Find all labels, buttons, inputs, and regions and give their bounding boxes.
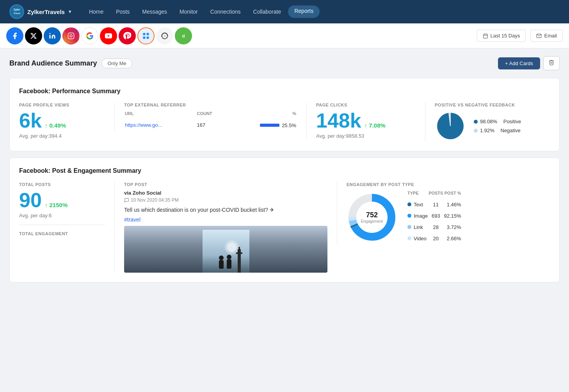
svg-rect-25 [219,260,224,269]
feedback-pie-chart [435,110,466,142]
top-post-date-text: 10 Nov 2020 04:35 PM [131,197,179,203]
social-tab-linkedin[interactable] [44,27,61,44]
referrer-bar [260,124,279,127]
page-profile-views-section: PAGE PROFILE VIEWS 6k ↑ 0.49% Avg. per d… [19,103,105,139]
brand-chevron-icon: ▾ [69,9,71,14]
negative-label: Negative [501,128,521,133]
nav-reports[interactable]: Reports [288,5,320,18]
svg-text:∞: ∞ [164,34,166,37]
svg-text:d: d [182,33,185,38]
top-external-referrer-section: TOP EXTERNAL REFERRER URL COUNT % https:… [114,103,297,131]
top-post-section: TOP POST via Zoho Social 10 Nov 2020 04:… [114,182,327,273]
social-tab-sprout[interactable]: d [175,27,192,44]
negative-dot [474,129,478,133]
page-title: Brand Audience Summary [9,59,97,67]
page-header-left: Brand Audience Summary Only Me [9,59,132,68]
page-header-right: + Add Cards [498,56,560,70]
page-clicks-avg: Avg. per day:9858.53 [316,133,416,139]
social-tab-youtube[interactable] [100,27,117,44]
stats-divider [19,225,105,225]
referrer-url[interactable]: https://www.go... [125,122,162,128]
calendar-icon [483,33,488,39]
svg-text:Travel: Travel [13,12,20,14]
main-content: Brand Audience Summary Only Me + Add Car… [0,48,569,296]
svg-point-23 [227,243,236,252]
positive-dot [474,120,478,124]
add-cards-button[interactable]: + Add Cards [498,57,540,69]
positive-label: Positive [503,119,521,124]
date-filter-button[interactable]: Last 15 Days [477,30,526,42]
social-tab-instagram[interactable] [62,27,80,44]
svg-rect-8 [147,33,149,35]
engagement-col-pct: POST % [444,191,461,199]
engagement-donut-section: 752 Engagement TYPE POSTS POST % [347,190,550,245]
nav-monitor[interactable]: Monitor [174,5,203,18]
video-type-dot [407,236,411,240]
engagement-row-image: Image 693 92.15% [407,211,461,221]
nav-collaborate[interactable]: Collaborate [248,5,287,18]
svg-text:Zyler: Zyler [14,8,20,11]
date-filter-label: Last 15 Days [491,33,520,39]
feedback-label: POSITIVE VS NEGATIVE FEEDBACK [435,103,550,107]
nav-home[interactable]: Home [84,5,109,18]
performance-grid: PAGE PROFILE VIEWS 6k ↑ 0.49% Avg. per d… [19,103,550,142]
donut-center-value: 752 Engagement [361,211,383,223]
social-tab-twitter[interactable] [25,27,42,44]
page-clicks-label: PAGE CLICKS [316,103,416,107]
top-post-date: 10 Nov 2020 04:35 PM [124,197,327,203]
delete-button[interactable] [543,56,560,70]
trash-icon [548,59,555,66]
page-profile-views-label: PAGE PROFILE VIEWS [19,103,105,107]
nav-messages[interactable]: Messages [137,5,172,18]
svg-rect-10 [147,36,149,39]
text-type-dot [407,202,411,206]
social-tab-pinterest[interactable] [119,27,136,44]
link-type-dot [407,225,411,229]
referrer-col-count: COUNT [197,111,226,119]
positive-legend-item: 98.08% Positive [474,119,521,124]
positive-pct: 98.08% [480,119,497,124]
referrer-col-pct: % [227,111,296,119]
social-tab-buffer[interactable] [137,27,155,44]
image-type-dot [407,214,411,218]
svg-rect-27 [227,259,231,269]
svg-rect-7 [143,33,146,35]
brand[interactable]: Zyler Travel ZylkerTravels ▾ [9,4,71,19]
social-tab-google[interactable] [81,27,98,44]
visibility-badge[interactable]: Only Me [101,59,132,68]
negative-pct: 1.92% [480,128,494,133]
svg-rect-4 [68,33,74,39]
posts-stats-column: TOTAL POSTS 90 ↑ 2150% Avg. per day:6 TO… [19,182,105,239]
referrer-row: https://www.go... 167 25.5% [125,120,296,131]
page-profile-views-value: 6k [19,110,42,131]
svg-rect-29 [236,252,242,254]
referrer-count: 167 [197,120,226,131]
email-button-label: Email [544,33,557,39]
svg-rect-9 [143,36,146,39]
nav-connections[interactable]: Connections [205,5,246,18]
total-posts-label: TOTAL POSTS [19,182,105,187]
nav-posts[interactable]: Posts [110,5,135,18]
top-post-hashtag[interactable]: #travel [124,216,327,223]
feedback-section: POSITIVE VS NEGATIVE FEEDBACK [425,103,550,142]
brand-logo: Zyler Travel [9,4,24,19]
social-tabs-actions: Last 15 Days Email [477,30,563,42]
engagement-type-table: TYPE POSTS POST % Text 11 1.46% [407,190,462,245]
navbar: Zyler Travel ZylkerTravels ▾ Home Posts … [0,0,569,23]
social-tabs-bar: ∞ d Last 15 Days Email [0,23,569,48]
page-header: Brand Audience Summary Only Me + Add Car… [9,56,560,70]
negative-legend-item: 1.92% Negative [474,128,521,133]
feedback-legend: 98.08% Positive 1.92% Negative [474,119,521,133]
engagement-col-type: TYPE [407,191,428,199]
page-profile-views-avg: Avg. per day:394.4 [19,133,105,139]
svg-rect-13 [483,34,487,38]
social-tab-facebook[interactable] [6,27,23,44]
total-posts-value: 90 [19,190,42,210]
feedback-content: 98.08% Positive 1.92% Negative [435,110,550,142]
engagement-row-text: Text 11 1.46% [407,199,461,210]
page-profile-views-change: ↑ 0.49% [45,122,66,129]
email-button[interactable]: Email [530,30,563,42]
social-tab-hootsuite[interactable]: ∞ [156,27,173,44]
total-engagement-label: TOTAL ENGAGEMENT [19,231,105,236]
total-posts-change: ↑ 2150% [45,202,68,208]
